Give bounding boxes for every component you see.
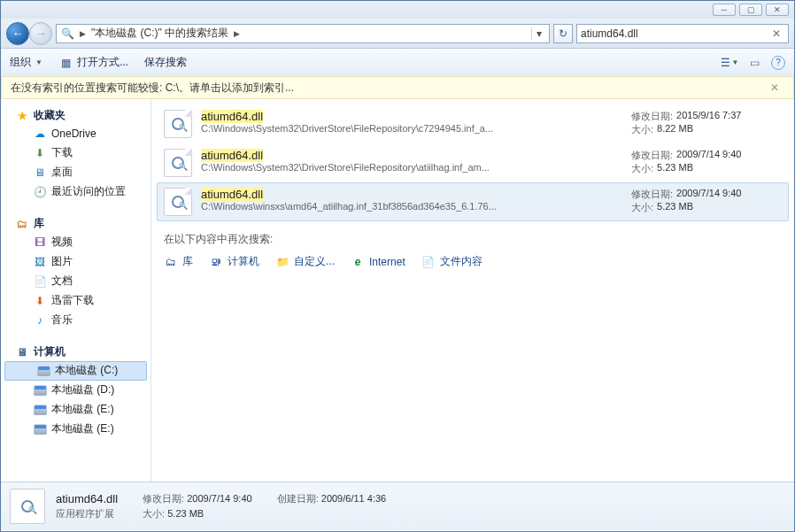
favorites-header[interactable]: ★ 收藏夹 (1, 106, 151, 125)
info-bar[interactable]: 在没有索引的位置搜索可能较慢: C:\。请单击以添加到索引... ✕ (1, 76, 794, 99)
result-filename: atiumd64.dll (201, 149, 622, 162)
search-result[interactable]: atiumd64.dllC:\Windows\winsxs\amd64_atii… (157, 182, 789, 221)
mus-icon: ♪ (33, 313, 47, 328)
search-again-item[interactable]: eInternet (351, 255, 405, 269)
sidebar-item-label: 音乐 (51, 312, 73, 328)
search-again-header: 在以下内容中再次搜索: (164, 232, 782, 247)
sidebar-item[interactable]: 🕘最近访问的位置 (1, 182, 151, 202)
libraries-header[interactable]: 🗂 库 (1, 214, 151, 233)
doc-icon: 📄 (33, 274, 47, 289)
refresh-button[interactable]: ↻ (553, 24, 573, 43)
custom-icon: 📁 (275, 255, 289, 269)
filecontent-icon: 📄 (421, 255, 436, 269)
details-mod-value: 2009/7/14 9:40 (187, 493, 251, 504)
sidebar-drive-item[interactable]: 本地磁盘 (C:) (4, 361, 147, 381)
sidebar-item-label: 桌面 (51, 165, 73, 180)
search-again-item[interactable]: 🗂库 (164, 254, 193, 269)
sidebar-drive-item[interactable]: 本地磁盘 (E:) (1, 420, 151, 439)
computer-header[interactable]: 🖥 计算机 (1, 343, 151, 361)
forward-button[interactable]: → (29, 22, 52, 45)
sidebar-item[interactable]: 📄文档 (1, 272, 151, 291)
search-result[interactable]: atiumd64.dllC:\Windows\System32\DriverSt… (151, 104, 794, 143)
result-path: C:\Windows\winsxs\amd64_atiilhag.inf_31b… (201, 201, 555, 212)
disk-icon (33, 422, 47, 436)
sidebar-drive-item[interactable]: 本地磁盘 (D:) (1, 381, 151, 400)
organize-button[interactable]: 组织▼ (10, 55, 42, 70)
sidebar-item[interactable]: 🖥桌面 (1, 163, 151, 182)
disk-icon (33, 403, 47, 417)
search-input[interactable] (581, 27, 768, 40)
sidebar-item-label: 文档 (51, 274, 73, 289)
details-pane: atiumd64.dll 修改日期: 2009/7/14 9:40 创建日期: … (1, 482, 794, 530)
address-bar[interactable]: 🔍 ▶ "本地磁盘 (C:)" 中的搜索结果 ▶ ▾ (56, 24, 550, 43)
pc-icon: 🖳 (209, 255, 223, 269)
file-icon (10, 489, 45, 524)
search-again-item[interactable]: 📄文件内容 (421, 254, 482, 269)
chevron-right-icon: ▶ (232, 29, 242, 38)
computer-icon: 🖥 (15, 345, 29, 359)
details-filetype: 应用程序扩展 (56, 507, 118, 520)
recent-icon: 🕘 (33, 185, 47, 199)
search-again-item[interactable]: 📁自定义... (275, 254, 335, 269)
sidebar-item-label: 本地磁盘 (E:) (51, 402, 114, 417)
open-with-icon: ▦ (58, 56, 74, 70)
sidebar-item[interactable]: ☁OneDrive (1, 125, 151, 143)
close-button[interactable]: ✕ (766, 4, 789, 16)
search-again-label: 计算机 (228, 254, 259, 269)
toolbar: 组织▼ ▦打开方式... 保存搜索 ☰▼ ▭ ? (1, 49, 794, 77)
sidebar-item-label: OneDrive (51, 127, 96, 140)
details-size-value: 5.23 MB (167, 508, 204, 519)
sidebar-item-label: 本地磁盘 (C:) (55, 363, 118, 378)
sidebar-item[interactable]: 🎞视频 (1, 233, 151, 252)
details-mod-label: 修改日期: (143, 493, 184, 504)
disk-icon (33, 383, 47, 397)
search-icon: 🔍 (60, 27, 74, 41)
result-metadata: 修改日期:2009/7/14 9:40大小:5.23 MB (631, 149, 782, 175)
pic-icon: 🖼 (33, 255, 47, 269)
results-pane: atiumd64.dllC:\Windows\System32\DriverSt… (151, 99, 794, 482)
preview-pane-button[interactable]: ▭ (746, 56, 762, 70)
help-button[interactable]: ? (771, 56, 785, 70)
lib-icon: 🗂 (164, 255, 178, 269)
sidebar-item-label: 视频 (51, 235, 73, 250)
sidebar-item-label: 图片 (51, 254, 73, 269)
sidebar-item-label: 下载 (51, 145, 73, 160)
info-text: 在没有索引的位置搜索可能较慢: C:\。请单击以添加到索引... (11, 81, 294, 96)
sidebar-item-label: 本地磁盘 (E:) (51, 421, 114, 436)
save-search-button[interactable]: 保存搜索 (144, 55, 187, 70)
search-again-label: 文件内容 (440, 254, 482, 269)
view-options-button[interactable]: ☰▼ (722, 56, 737, 70)
dl-icon: ⬇ (33, 146, 47, 160)
infobar-close-button[interactable]: ✕ (765, 81, 784, 94)
sidebar-item[interactable]: ♪音乐 (1, 311, 151, 330)
details-create-label: 创建日期: (277, 493, 319, 504)
result-metadata: 修改日期:2015/9/16 7:37大小:8.22 MB (631, 110, 782, 136)
sidebar-item[interactable]: ⬇迅雷下载 (1, 291, 151, 311)
maximize-button[interactable]: ▢ (739, 4, 762, 16)
clear-search-button[interactable]: ✕ (768, 27, 784, 40)
back-button[interactable]: ← (6, 22, 29, 45)
sidebar-item-label: 本地磁盘 (D:) (51, 382, 114, 397)
ie-icon: e (351, 255, 365, 269)
sidebar-item[interactable]: ⬇下载 (1, 143, 151, 163)
vid-icon: 🎞 (33, 235, 47, 250)
result-path: C:\Windows\System32\DriverStore\FileRepo… (201, 123, 555, 134)
search-result[interactable]: atiumd64.dllC:\Windows\System32\DriverSt… (151, 143, 794, 182)
search-again-label: 库 (182, 254, 193, 269)
open-with-button[interactable]: ▦打开方式... (58, 55, 128, 70)
sidebar-item-label: 迅雷下载 (51, 293, 94, 308)
sidebar: ★ 收藏夹 ☁OneDrive⬇下载🖥桌面🕘最近访问的位置 🗂 库 🎞视频🖼图片… (1, 99, 151, 482)
search-again-label: 自定义... (294, 254, 335, 269)
search-again-item[interactable]: 🖳计算机 (209, 254, 259, 269)
minimize-button[interactable]: ─ (713, 4, 736, 16)
file-icon (164, 149, 192, 177)
result-metadata: 修改日期:2009/7/14 9:40大小:5.23 MB (631, 188, 782, 214)
search-box[interactable]: ✕ (576, 24, 789, 43)
navbar: ← → 🔍 ▶ "本地磁盘 (C:)" 中的搜索结果 ▶ ▾ ↻ ✕ (1, 19, 794, 49)
sidebar-drive-item[interactable]: 本地磁盘 (E:) (1, 400, 151, 420)
details-filename: atiumd64.dll (56, 492, 118, 505)
details-size-label: 大小: (143, 508, 165, 519)
address-dropdown[interactable]: ▾ (531, 27, 545, 40)
sidebar-item[interactable]: 🖼图片 (1, 252, 151, 272)
sidebar-item-label: 最近访问的位置 (51, 184, 126, 199)
